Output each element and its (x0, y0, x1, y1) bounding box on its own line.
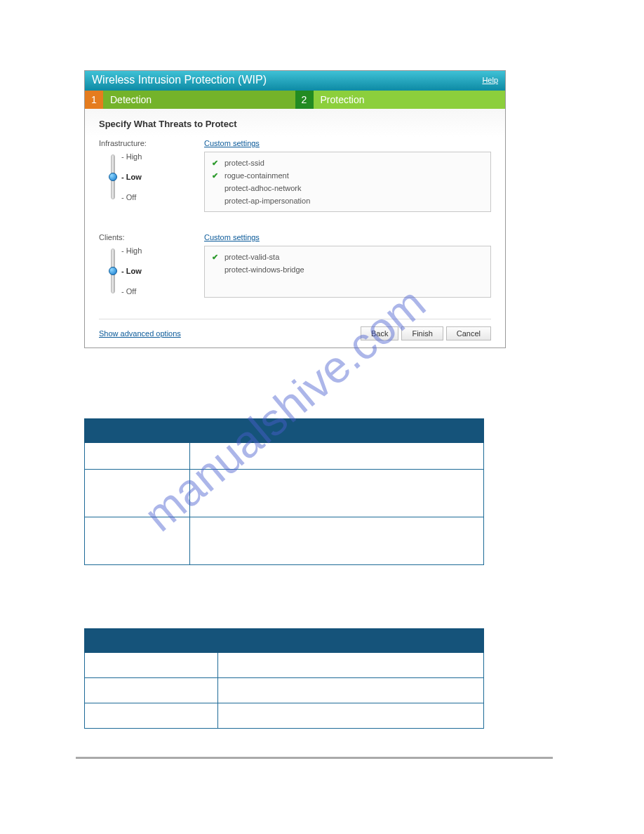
feature-name: rogue-containment (224, 169, 289, 182)
feature-row: protect-adhoc-network (212, 182, 483, 194)
tab-number: 2 (295, 91, 314, 109)
table-cell (190, 517, 484, 565)
feature-name: protect-ssid (224, 157, 264, 169)
tab-protection[interactable]: 2 Protection (295, 91, 506, 109)
slider-low-label: - Low (121, 266, 142, 276)
reference-table-1 (84, 418, 484, 565)
dialog-title: Wireless Intrusion Protection (WIP) (92, 74, 267, 86)
slider-high-label: - High (121, 152, 142, 161)
feature-row: protect-ap-impersonation (212, 194, 483, 207)
page-divider (76, 757, 553, 759)
table-cell (218, 703, 484, 729)
table-cell (85, 678, 218, 703)
table-header (85, 629, 218, 653)
table-cell (85, 653, 218, 678)
slider-low-label: - Low (121, 172, 142, 182)
slider-off-label: - Off (121, 286, 142, 296)
feature-row: ✔ rogue-containment (212, 169, 483, 182)
table-cell (190, 443, 484, 470)
slider-high-label: - High (121, 246, 142, 256)
back-button[interactable]: Back (361, 326, 398, 340)
infra-feature-box: ✔ protect-ssid ✔ rogue-containment prote… (204, 152, 491, 212)
reference-table-2 (84, 628, 484, 729)
slider-thumb[interactable] (109, 173, 117, 181)
table-header (190, 419, 484, 443)
feature-row: ✔ protect-ssid (212, 157, 483, 169)
infrastructure-slider[interactable]: - High - Low - Off (107, 152, 204, 202)
wip-dialog: Wireless Intrusion Protection (WIP) Help… (84, 70, 506, 348)
table-cell (218, 653, 484, 678)
table-header (218, 629, 484, 653)
wizard-tabs: 1 Detection 2 Protection (85, 91, 505, 109)
check-icon: ✔ (212, 251, 220, 263)
clients-group: Clients: - High - Low - Off (99, 233, 491, 298)
check-icon: ✔ (212, 169, 220, 182)
finish-button[interactable]: Finish (401, 326, 443, 340)
clients-custom-settings-link[interactable]: Custom settings (204, 233, 260, 241)
help-link[interactable]: Help (482, 76, 498, 84)
feature-name: protect-valid-sta (224, 251, 279, 263)
table-cell (218, 678, 484, 703)
table-cell (85, 470, 190, 517)
cancel-button[interactable]: Cancel (446, 326, 491, 340)
clients-slider[interactable]: - High - Low - Off (107, 246, 204, 296)
dialog-footer: Show advanced options Back Finish Cancel (99, 319, 491, 340)
infrastructure-label: Infrastructure: (99, 139, 204, 147)
table-cell (85, 703, 218, 729)
tab-detection[interactable]: 1 Detection (85, 91, 295, 109)
infra-custom-settings-link[interactable]: Custom settings (204, 139, 260, 147)
tab-number: 1 (85, 91, 103, 109)
feature-row: protect-windows-bridge (212, 263, 483, 276)
clients-feature-box: ✔ protect-valid-sta protect-windows-brid… (204, 246, 491, 298)
slider-thumb[interactable] (109, 267, 117, 275)
table-cell (190, 470, 484, 517)
table-header (85, 419, 190, 443)
clients-label: Clients: (99, 233, 204, 241)
check-icon: ✔ (212, 157, 220, 169)
feature-row: ✔ protect-valid-sta (212, 251, 483, 263)
tab-label: Protection (314, 91, 372, 109)
slider-off-label: - Off (121, 192, 142, 202)
table-cell (85, 443, 190, 470)
tab-label: Detection (103, 91, 159, 109)
feature-name: protect-ap-impersonation (224, 194, 310, 207)
infrastructure-group: Infrastructure: - High - Low - Off (99, 139, 491, 212)
feature-name: protect-adhoc-network (224, 182, 301, 194)
section-title: Specify What Threats to Protect (99, 119, 491, 129)
dialog-titlebar: Wireless Intrusion Protection (WIP) Help (85, 71, 505, 91)
table-cell (85, 517, 190, 565)
feature-name: protect-windows-bridge (224, 263, 304, 276)
show-advanced-link[interactable]: Show advanced options (99, 329, 181, 338)
